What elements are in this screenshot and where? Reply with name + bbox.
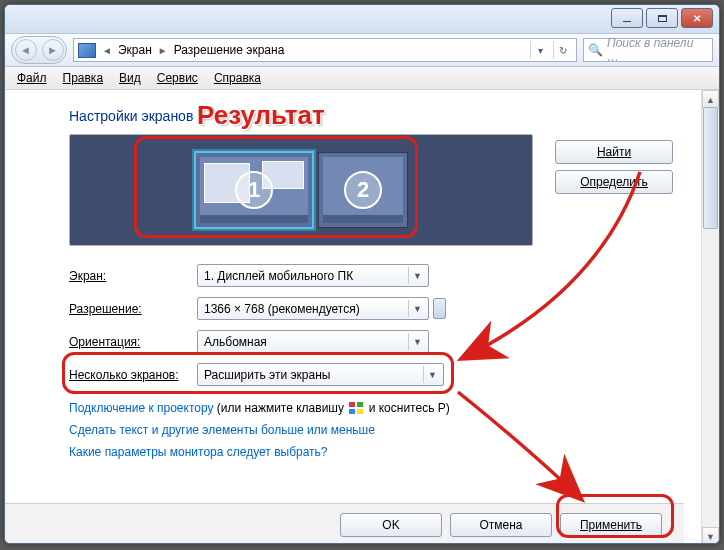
multi-value: Расширить эти экраны: [204, 368, 330, 382]
menu-view[interactable]: Вид: [113, 69, 147, 87]
breadcrumb-root[interactable]: Экран: [118, 43, 152, 57]
apply-button[interactable]: Применить: [560, 513, 662, 537]
forward-icon: ►: [42, 39, 64, 61]
monitor-2[interactable]: 2: [318, 152, 408, 228]
title-bar: ✕: [5, 5, 719, 34]
scroll-down-icon[interactable]: ▼: [702, 527, 719, 544]
bottom-bar: OK Отмена Применить: [5, 503, 684, 544]
resolution-label: Разрешение:: [69, 302, 197, 316]
menu-bar: Файл Правка Вид Сервис Справка: [5, 67, 719, 90]
scroll-thumb[interactable]: [703, 107, 718, 229]
back-icon: ◄: [15, 39, 37, 61]
multi-display-select[interactable]: Расширить эти экраны ▼: [197, 363, 444, 386]
monitor-1-label: 1: [235, 171, 273, 209]
content-pane: Настройки экранов 1 2: [5, 90, 701, 544]
chevron-down-icon: ▼: [408, 300, 426, 317]
address-bar[interactable]: ◄ Экран ► Разрешение экрана ▾ ↻: [73, 38, 577, 62]
monitor-1[interactable]: 1: [194, 151, 314, 229]
menu-help[interactable]: Справка: [208, 69, 267, 87]
windows-key-icon: [349, 402, 363, 414]
chevron-down-icon: ▼: [408, 333, 426, 350]
menu-edit[interactable]: Правка: [57, 69, 110, 87]
text-size-link[interactable]: Сделать текст и другие элементы больше и…: [69, 423, 673, 437]
search-icon: 🔍: [588, 43, 603, 57]
chevron-left-icon: ◄: [102, 45, 112, 56]
screen-select[interactable]: 1. Дисплей мобильного ПК ▼: [197, 264, 429, 287]
address-dropdown[interactable]: ▾: [530, 41, 549, 59]
settings-window: ✕ ◄ ► ◄ Экран ► Разрешение экрана ▾ ↻ 🔍 …: [4, 4, 720, 544]
monitor-2-label: 2: [344, 171, 382, 209]
vertical-scrollbar[interactable]: ▲ ▼: [701, 90, 719, 544]
resolution-value: 1366 × 768 (рекомендуется): [204, 302, 360, 316]
maximize-button[interactable]: [646, 8, 678, 28]
resolution-slider[interactable]: [433, 298, 446, 319]
close-button[interactable]: ✕: [681, 8, 713, 28]
find-button[interactable]: Найти: [555, 140, 673, 164]
menu-file[interactable]: Файл: [11, 69, 53, 87]
projector-link[interactable]: Подключение к проектору: [69, 401, 214, 415]
refresh-button[interactable]: ↻: [553, 41, 572, 59]
screen-label: Экран:: [69, 269, 197, 283]
page-title: Настройки экранов: [69, 108, 673, 124]
resolution-select[interactable]: 1366 × 768 (рекомендуется) ▼: [197, 297, 429, 320]
menu-tools[interactable]: Сервис: [151, 69, 204, 87]
ok-button[interactable]: OK: [340, 513, 442, 537]
minimize-button[interactable]: [611, 8, 643, 28]
monitor-params-link[interactable]: Какие параметры монитора следует выбрать…: [69, 445, 673, 459]
multi-label: Несколько экранов:: [69, 368, 197, 382]
chevron-down-icon: ▼: [408, 267, 426, 284]
detect-button[interactable]: Определить: [555, 170, 673, 194]
chevron-down-icon: ▼: [423, 366, 441, 383]
nav-back-forward[interactable]: ◄ ►: [11, 36, 67, 64]
cancel-button[interactable]: Отмена: [450, 513, 552, 537]
chevron-right-icon: ►: [158, 45, 168, 56]
nav-bar: ◄ ► ◄ Экран ► Разрешение экрана ▾ ↻ 🔍 По…: [5, 34, 719, 67]
breadcrumb-current[interactable]: Разрешение экрана: [174, 43, 285, 57]
display-preview[interactable]: 1 2: [69, 134, 533, 246]
orientation-select[interactable]: Альбомная ▼: [197, 330, 429, 353]
screen-value: 1. Дисплей мобильного ПК: [204, 269, 353, 283]
orientation-value: Альбомная: [204, 335, 267, 349]
search-input[interactable]: 🔍 Поиск в панели …: [583, 38, 713, 62]
control-panel-icon: [78, 43, 96, 58]
projector-link-row: Подключение к проектору (или нажмите кла…: [69, 400, 673, 415]
search-placeholder: Поиск в панели …: [607, 36, 708, 64]
orientation-label: Ориентация:: [69, 335, 197, 349]
